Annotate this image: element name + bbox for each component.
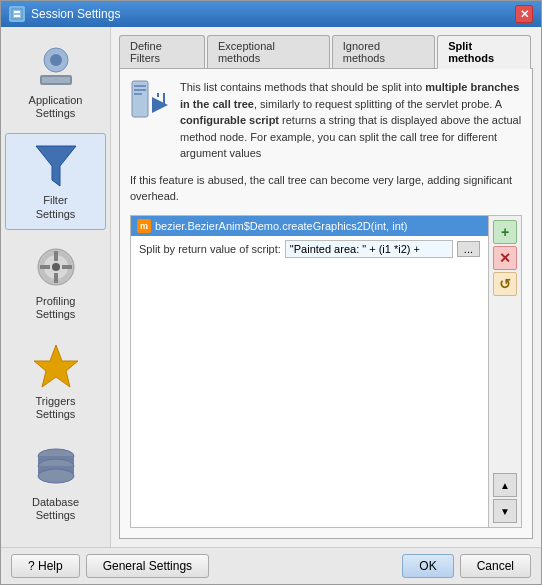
- sidebar: ApplicationSettings FilterSettings: [1, 27, 111, 547]
- database-settings-label: DatabaseSettings: [32, 496, 79, 522]
- tab-content-split-methods: This list contains methods that should b…: [119, 69, 533, 539]
- triggers-settings-icon: [32, 343, 80, 391]
- general-settings-button[interactable]: General Settings: [86, 554, 209, 578]
- main-content: ApplicationSettings FilterSettings: [1, 27, 541, 547]
- tab-split-methods[interactable]: Split methods: [437, 35, 531, 69]
- tab-bar: Define Filters Exceptional methods Ignor…: [119, 35, 533, 69]
- edit-split-method-button[interactable]: ↺: [493, 272, 517, 296]
- svg-rect-2: [14, 15, 20, 17]
- add-split-method-button[interactable]: +: [493, 220, 517, 244]
- svg-marker-7: [36, 146, 76, 186]
- svg-rect-13: [62, 265, 72, 269]
- move-down-button[interactable]: ▼: [493, 499, 517, 523]
- svg-marker-31: [152, 97, 168, 113]
- svg-rect-29: [134, 89, 146, 91]
- sidebar-item-profiling[interactable]: ProfilingSettings: [5, 234, 106, 330]
- ok-button[interactable]: OK: [402, 554, 453, 578]
- database-settings-icon: [32, 444, 80, 492]
- title-bar: Session Settings ✕: [1, 1, 541, 27]
- sidebar-item-jee[interactable]: JEE &Probes: [5, 535, 106, 547]
- window-title: Session Settings: [31, 7, 120, 21]
- cancel-button[interactable]: Cancel: [460, 554, 531, 578]
- description-area: This list contains methods that should b…: [130, 79, 522, 162]
- svg-rect-0: [12, 9, 22, 19]
- svg-point-4: [50, 54, 62, 66]
- sidebar-item-database[interactable]: DatabaseSettings: [5, 435, 106, 531]
- method-name: bezier.BezierAnim$Demo.createGraphics2D(…: [155, 220, 408, 232]
- svg-point-14: [52, 263, 60, 271]
- move-up-button[interactable]: ▲: [493, 473, 517, 497]
- triggers-settings-label: TriggersSettings: [36, 395, 76, 421]
- svg-rect-10: [54, 251, 58, 261]
- desc-bold-1: multiple branches in the call tree: [180, 81, 519, 110]
- session-settings-window: Session Settings ✕ ApplicationSettings: [0, 0, 542, 585]
- split-item-body: Split by return value of script: ...: [131, 236, 488, 262]
- svg-rect-30: [134, 93, 142, 95]
- help-button[interactable]: ? Help: [11, 554, 80, 578]
- sidebar-item-application[interactable]: ApplicationSettings: [5, 33, 106, 129]
- split-list: m bezier.BezierAnim$Demo.createGraphics2…: [131, 216, 488, 528]
- application-settings-icon: [32, 42, 80, 90]
- script-label: Split by return value of script:: [139, 243, 281, 255]
- tab-define-filters[interactable]: Define Filters: [119, 35, 205, 68]
- method-icon: m: [137, 219, 151, 233]
- dots-button[interactable]: ...: [457, 241, 480, 257]
- sidebar-item-triggers[interactable]: TriggersSettings: [5, 334, 106, 430]
- svg-rect-28: [134, 85, 146, 87]
- desc-bold-2: configurable script: [180, 114, 279, 126]
- split-methods-desc-icon: [130, 79, 170, 119]
- right-panel: Define Filters Exceptional methods Ignor…: [111, 27, 541, 547]
- profiling-settings-label: ProfilingSettings: [36, 295, 76, 321]
- sidebar-item-filter[interactable]: FilterSettings: [5, 133, 106, 229]
- svg-rect-6: [42, 77, 70, 83]
- svg-rect-12: [40, 265, 50, 269]
- close-button[interactable]: ✕: [515, 5, 533, 23]
- window-icon: [9, 6, 25, 22]
- script-value-input[interactable]: [285, 240, 453, 258]
- svg-point-20: [38, 469, 74, 483]
- svg-rect-1: [14, 11, 20, 13]
- footer-left: ? Help General Settings: [11, 554, 209, 578]
- svg-rect-11: [54, 273, 58, 283]
- description-text: This list contains methods that should b…: [180, 79, 522, 162]
- application-settings-label: ApplicationSettings: [29, 94, 83, 120]
- svg-marker-15: [34, 345, 78, 387]
- remove-split-method-button[interactable]: ✕: [493, 246, 517, 270]
- second-paragraph: If this feature is abused, the call tree…: [130, 172, 522, 205]
- footer-right: OK Cancel: [402, 554, 531, 578]
- footer: ? Help General Settings OK Cancel: [1, 547, 541, 584]
- split-list-container: m bezier.BezierAnim$Demo.createGraphics2…: [130, 215, 522, 529]
- title-bar-left: Session Settings: [9, 6, 120, 22]
- filter-settings-label: FilterSettings: [36, 194, 76, 220]
- filter-settings-icon: [32, 142, 80, 190]
- tab-exceptional-methods[interactable]: Exceptional methods: [207, 35, 330, 68]
- side-buttons: + ✕ ↺ ▲ ▼: [488, 216, 521, 528]
- tab-ignored-methods[interactable]: Ignored methods: [332, 35, 435, 68]
- profiling-settings-icon: [32, 243, 80, 291]
- split-item-header[interactable]: m bezier.BezierAnim$Demo.createGraphics2…: [131, 216, 488, 236]
